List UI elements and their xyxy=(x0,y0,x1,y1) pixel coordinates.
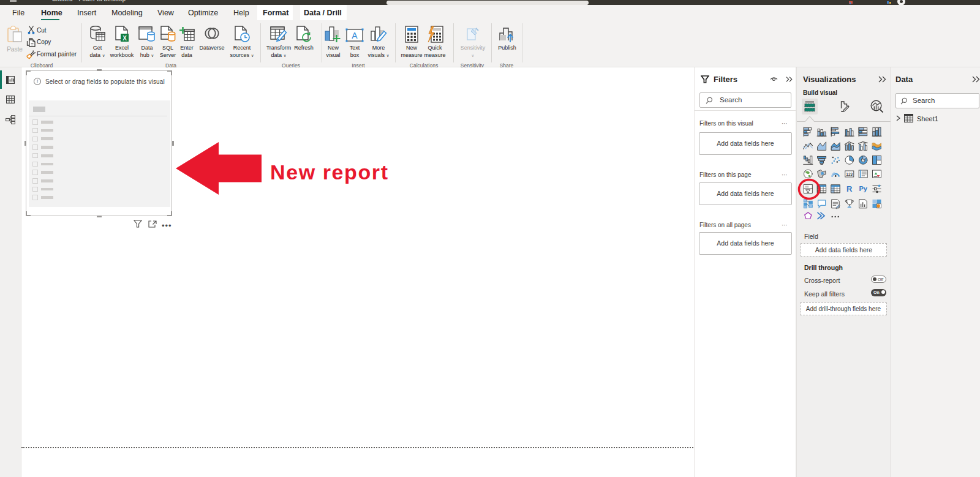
svg-text:123: 123 xyxy=(846,172,853,176)
svg-text:X: X xyxy=(123,35,127,42)
svg-text:R: R xyxy=(846,184,853,193)
svg-text:Py: Py xyxy=(859,185,867,192)
svg-text:A: A xyxy=(352,31,358,40)
